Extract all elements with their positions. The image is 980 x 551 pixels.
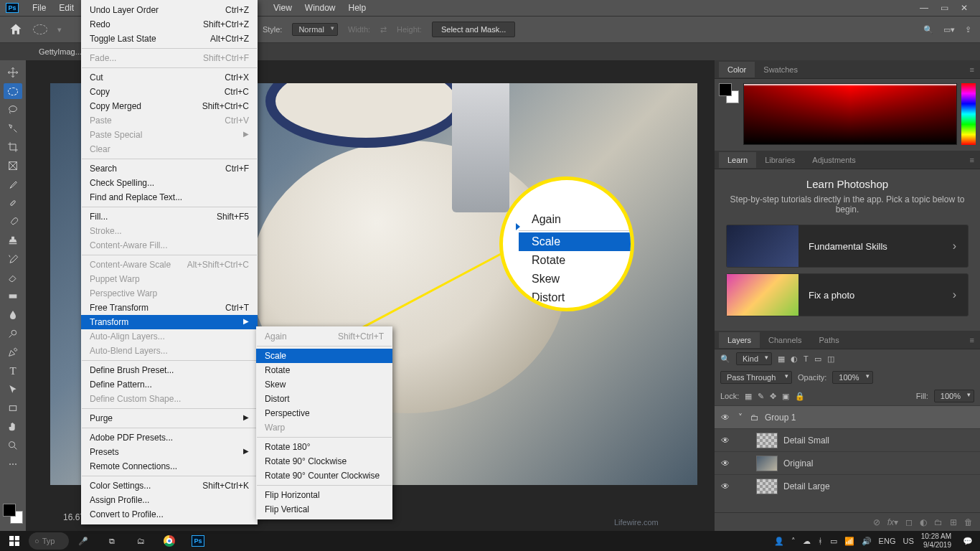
task-view-icon[interactable]: ⧉ [98, 531, 126, 551]
opacity-field[interactable]: 100% [832, 371, 872, 384]
link-icon[interactable]: ⊘ [873, 517, 880, 527]
maximize-icon[interactable]: ▭ [934, 0, 954, 16]
menu-item[interactable]: Define Brush Preset... [81, 363, 258, 377]
visibility-icon[interactable]: 👁 [720, 458, 730, 468]
adjustment-icon[interactable]: ◐ [920, 517, 927, 527]
lock-pixels-icon[interactable]: ▦ [745, 392, 752, 401]
menu-item[interactable]: Undo Layer OrderCtrl+Z [81, 3, 258, 17]
eraser-tool-icon[interactable] [4, 270, 22, 286]
menu-item[interactable]: Color Settings...Shift+Ctrl+K [81, 479, 258, 493]
dodge-tool-icon[interactable] [4, 326, 22, 342]
tab-swatches[interactable]: Swatches [755, 62, 806, 77]
tray-bluetooth-icon[interactable]: ᚼ [818, 537, 823, 545]
filter-type-icon[interactable]: T [804, 354, 809, 363]
menu-view[interactable]: View [267, 1, 298, 15]
new-layer-icon[interactable]: ⊞ [950, 517, 957, 527]
learn-card-fix-photo[interactable]: Fix a photo› [726, 273, 969, 316]
menu-item[interactable]: Remote Connections... [81, 459, 258, 474]
eyedropper-tool-icon[interactable] [4, 176, 22, 192]
tray-clock[interactable]: 10:28 AM9/4/2019 [921, 532, 956, 550]
learn-card-fundamentals[interactable]: Fundamental Skills› [726, 225, 969, 268]
fill-field[interactable]: 100% [934, 390, 974, 402]
lasso-tool-icon[interactable] [4, 102, 22, 118]
type-tool-icon[interactable]: T [4, 363, 22, 379]
menu-item[interactable]: RedoShift+Ctrl+Z [81, 17, 258, 32]
layer-row[interactable]: 👁Original [715, 451, 980, 474]
visibility-icon[interactable]: 👁 [720, 413, 730, 423]
visibility-icon[interactable]: 👁 [720, 481, 730, 491]
path-select-tool-icon[interactable] [4, 382, 22, 397]
tab-adjustments[interactable]: Adjustments [804, 152, 864, 168]
menu-item[interactable]: Convert to Profile... [81, 507, 258, 522]
menu-item[interactable]: Free TransformCtrl+T [81, 301, 258, 315]
submenu-item[interactable]: Flip Vertical [256, 502, 392, 517]
cortana-search[interactable]: ○ Typ [29, 532, 69, 550]
blur-tool-icon[interactable] [4, 307, 22, 323]
menu-item[interactable]: Find and Replace Text... [81, 190, 258, 204]
gradient-tool-icon[interactable] [4, 288, 22, 304]
tray-onedrive-icon[interactable]: ☁ [803, 537, 811, 546]
menu-item[interactable]: Copy MergedShift+Ctrl+C [81, 99, 258, 113]
menu-edit[interactable]: Edit [52, 1, 80, 15]
photoshop-taskbar-icon[interactable]: Ps [184, 531, 212, 551]
panel-menu-icon[interactable]: ≡ [964, 156, 980, 164]
workspace-icon[interactable]: ▭▾ [943, 25, 955, 34]
brush-tool-icon[interactable] [4, 214, 22, 230]
hand-tool-icon[interactable] [4, 419, 22, 435]
pen-tool-icon[interactable] [4, 344, 22, 360]
lock-position-icon[interactable]: ✥ [770, 392, 776, 401]
submenu-item[interactable]: Skew [256, 377, 392, 392]
quick-select-tool-icon[interactable] [4, 121, 22, 136]
submenu-item[interactable]: Distort [256, 392, 392, 406]
submenu-item[interactable]: Rotate [256, 363, 392, 377]
tray-volume-icon[interactable]: 🔊 [862, 537, 872, 546]
menu-item[interactable]: Adobe PDF Presets... [81, 430, 258, 445]
tray-battery-icon[interactable]: ▭ [830, 537, 837, 546]
filter-smart-icon[interactable]: ◫ [827, 354, 834, 364]
zoom-tool-icon[interactable] [4, 438, 22, 453]
notifications-icon[interactable]: 💬 [963, 537, 973, 546]
filter-shape-icon[interactable]: ▭ [814, 354, 821, 364]
tab-paths[interactable]: Paths [811, 332, 848, 348]
layer-row[interactable]: 👁˅🗀Group 1 [715, 405, 980, 428]
menu-item[interactable]: Fill...Shift+F5 [81, 209, 258, 224]
menu-item[interactable]: Transform▶ [81, 315, 258, 329]
menu-item[interactable]: SearchCtrl+F [81, 161, 258, 176]
blend-mode-dropdown[interactable]: Pass Through [720, 371, 792, 384]
color-swatch[interactable] [3, 504, 23, 524]
search-icon[interactable]: 🔍 [923, 25, 933, 34]
marquee-tool-icon[interactable] [4, 83, 22, 99]
menu-file[interactable]: File [26, 1, 52, 15]
heal-tool-icon[interactable] [4, 195, 22, 211]
menu-item[interactable]: Assign Profile... [81, 493, 258, 507]
filter-image-icon[interactable]: ▦ [778, 354, 785, 364]
explorer-icon[interactable]: 🗂 [126, 531, 155, 551]
group-icon[interactable]: 🗀 [934, 517, 943, 527]
layer-row[interactable]: 👁Detail Large [715, 474, 980, 497]
panel-menu-icon[interactable]: ≡ [964, 336, 980, 344]
stamp-tool-icon[interactable] [4, 232, 22, 248]
close-icon[interactable]: ✕ [954, 0, 974, 16]
tray-wifi-icon[interactable]: 📶 [844, 537, 854, 546]
share-icon[interactable]: ⇪ [965, 25, 971, 34]
tab-libraries[interactable]: Libraries [756, 152, 804, 168]
tab-learn[interactable]: Learn [719, 152, 756, 168]
move-tool-icon[interactable] [4, 65, 22, 80]
lock-all-icon[interactable]: 🔒 [795, 392, 805, 401]
menu-item[interactable]: Purge▶ [81, 411, 258, 425]
tray-user-icon[interactable]: 👤 [774, 537, 784, 546]
rectangle-tool-icon[interactable] [4, 400, 22, 416]
visibility-icon[interactable]: 👁 [720, 435, 730, 446]
minimize-icon[interactable]: — [914, 0, 934, 16]
filter-adjust-icon[interactable]: ◐ [791, 354, 798, 364]
mask-icon[interactable]: ◻ [905, 517, 913, 527]
trash-icon[interactable]: 🗑 [964, 517, 973, 527]
color-picker[interactable] [743, 83, 957, 145]
submenu-item[interactable]: Rotate 90° Counter Clockwise [256, 468, 392, 483]
layer-kind-dropdown[interactable]: Kind [736, 352, 772, 365]
menu-item[interactable]: Check Spelling... [81, 176, 258, 190]
fx-icon[interactable]: fx▾ [887, 517, 898, 527]
start-button[interactable] [0, 531, 29, 551]
submenu-item[interactable]: Perspective [256, 406, 392, 420]
lock-paint-icon[interactable]: ✎ [758, 392, 764, 401]
